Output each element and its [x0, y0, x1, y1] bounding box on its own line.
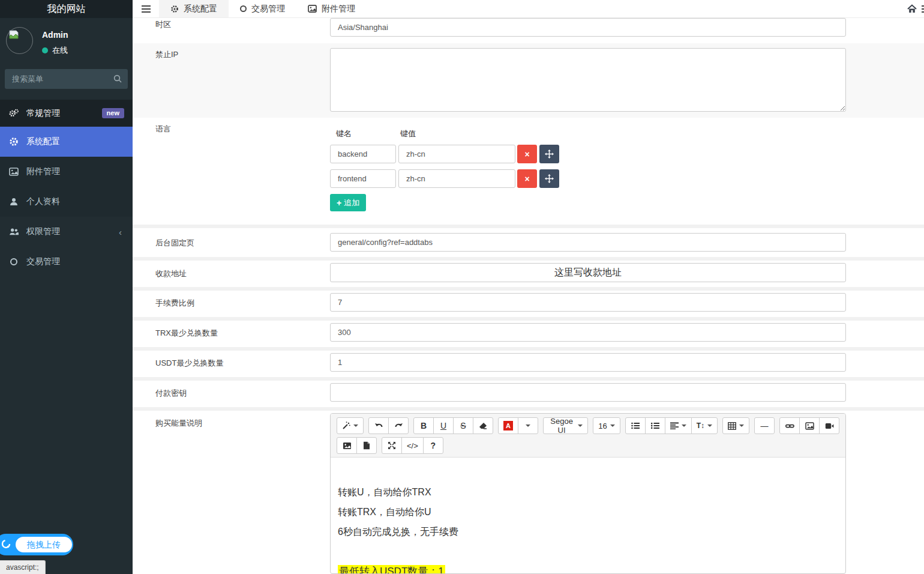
image-icon	[9, 168, 19, 176]
underline-button[interactable]: U	[433, 417, 454, 434]
browser-status-bar: avascript:;	[0, 560, 46, 574]
tab-label: 交易管理	[251, 4, 285, 14]
line-height-button[interactable]: T↕	[691, 417, 718, 434]
chevron-left-icon: ‹	[119, 227, 122, 237]
lang-key-input[interactable]	[330, 145, 396, 163]
horizontal-rule-button[interactable]: —	[754, 417, 775, 434]
help-button[interactable]: ?	[423, 437, 443, 454]
undo-icon	[374, 422, 383, 429]
delete-row-button[interactable]: ×	[517, 145, 537, 163]
field-label-fee-ratio: 手续费比例	[155, 298, 194, 309]
color-chip-icon: A	[503, 421, 513, 431]
payment-address-input[interactable]	[330, 263, 846, 282]
trx-min-input[interactable]	[330, 323, 846, 342]
font-color-dropdown[interactable]	[518, 417, 538, 434]
drag-sort-button[interactable]	[539, 145, 559, 163]
caret-down-icon	[610, 424, 615, 427]
strikethrough-button[interactable]: S	[453, 417, 473, 434]
font-color-button[interactable]: A	[498, 417, 518, 434]
undo-button[interactable]	[368, 417, 389, 434]
editor-paragraph: 转账U，自动给你TRX	[338, 485, 838, 500]
drag-upload-button[interactable]: 拖拽上传	[0, 534, 73, 555]
circle-icon	[9, 258, 19, 265]
video-button[interactable]	[819, 417, 839, 434]
row-divider	[133, 407, 924, 411]
fee-ratio-input[interactable]	[330, 293, 846, 312]
sidebar-item-auth[interactable]: 权限管理 ‹	[0, 217, 133, 247]
sidebar-item-config[interactable]: 系统配置	[0, 127, 133, 157]
kv-value-header: 键值	[400, 128, 416, 139]
search-icon[interactable]	[113, 74, 122, 83]
bold-button[interactable]: B	[413, 417, 434, 434]
link-icon	[785, 422, 794, 430]
editor-paragraph: 最低转入USDT数量：1	[338, 564, 838, 574]
insert-image-button[interactable]	[337, 437, 357, 454]
video-icon	[825, 423, 834, 429]
caret-down-icon	[682, 424, 686, 427]
pay-secret-input[interactable]	[330, 383, 846, 402]
toolbar-row-2: </> ?	[337, 437, 839, 454]
clear-format-button[interactable]	[473, 417, 493, 434]
tab-label: 附件管理	[322, 4, 355, 14]
font-family-value: Segoe UI	[548, 417, 575, 435]
sidebar-search	[5, 69, 128, 89]
gear-icon	[9, 137, 19, 147]
tab-trade[interactable]: 交易管理	[229, 0, 296, 17]
avatar	[6, 27, 33, 54]
editor-paragraph: 转账TRX，自动给你U	[338, 504, 838, 520]
lang-value-input[interactable]	[398, 145, 515, 163]
ol-list-icon	[651, 422, 659, 429]
tab-config[interactable]: 系统配置	[159, 0, 229, 17]
table-button[interactable]	[722, 417, 749, 434]
row-divider	[133, 377, 924, 381]
users-icon	[9, 228, 19, 236]
tab-label: 系统配置	[184, 4, 217, 14]
tab-attachment[interactable]: 附件管理	[296, 0, 367, 17]
usdt-min-input[interactable]	[330, 353, 846, 372]
field-label-payment-address: 收款地址	[155, 268, 187, 279]
fixed-page-input[interactable]	[330, 233, 846, 252]
config-form: 时区 禁止IP 语言 键名 键值 × × + 追加	[133, 18, 924, 574]
online-dot-icon	[42, 47, 48, 53]
top-navbar: 系统配置 交易管理 附件管理	[133, 0, 924, 18]
sidebar-item-general[interactable]: 常规管理 new	[0, 100, 133, 127]
style-magic-button[interactable]	[337, 417, 364, 434]
delete-row-button[interactable]: ×	[517, 169, 537, 188]
caret-down-icon	[526, 424, 530, 427]
search-input[interactable]	[5, 69, 128, 89]
font-family-dropdown[interactable]: Segoe UI	[543, 417, 588, 434]
redo-button[interactable]	[388, 417, 409, 434]
user-status-label: 在线	[52, 45, 68, 56]
kv-key-header: 键名	[336, 128, 352, 139]
link-button[interactable]	[779, 417, 800, 434]
drag-sort-button[interactable]	[539, 169, 559, 188]
highlighted-text: 最低转入USDT数量：1	[338, 565, 445, 574]
sidebar-toggle-button[interactable]	[133, 0, 159, 17]
font-size-dropdown[interactable]: 16	[593, 417, 620, 434]
lang-key-input[interactable]	[330, 169, 396, 188]
fullscreen-icon	[388, 441, 396, 450]
unordered-list-button[interactable]	[625, 417, 646, 434]
menu-icon[interactable]	[922, 5, 924, 13]
paragraph-align-button[interactable]	[665, 417, 692, 434]
align-icon	[670, 422, 679, 429]
forbidden-ip-textarea[interactable]	[330, 48, 846, 112]
timezone-input[interactable]	[330, 18, 846, 37]
gears-icon	[9, 109, 19, 118]
append-button[interactable]: + 追加	[330, 194, 366, 211]
ordered-list-button[interactable]	[645, 417, 665, 434]
row-divider	[133, 317, 924, 321]
caret-down-icon	[739, 424, 744, 427]
editor-content[interactable]: 转账U，自动给你TRX 转账TRX，自动给你U 6秒自动完成兑换，无手续费 最低…	[331, 458, 845, 574]
sidebar-item-trade[interactable]: 交易管理	[0, 247, 133, 277]
sidebar-item-attachment[interactable]: 附件管理	[0, 157, 133, 187]
home-icon[interactable]	[907, 4, 917, 13]
picture-button[interactable]	[799, 417, 820, 434]
plus-icon: +	[337, 198, 341, 208]
sidebar-item-profile[interactable]: 个人资料	[0, 187, 133, 217]
code-view-button[interactable]: </>	[401, 437, 424, 454]
insert-file-button[interactable]	[356, 437, 377, 454]
lang-value-input[interactable]	[398, 169, 515, 188]
fullscreen-button[interactable]	[382, 437, 402, 454]
app-frame: 我的网站 Admin 在线	[0, 0, 924, 574]
